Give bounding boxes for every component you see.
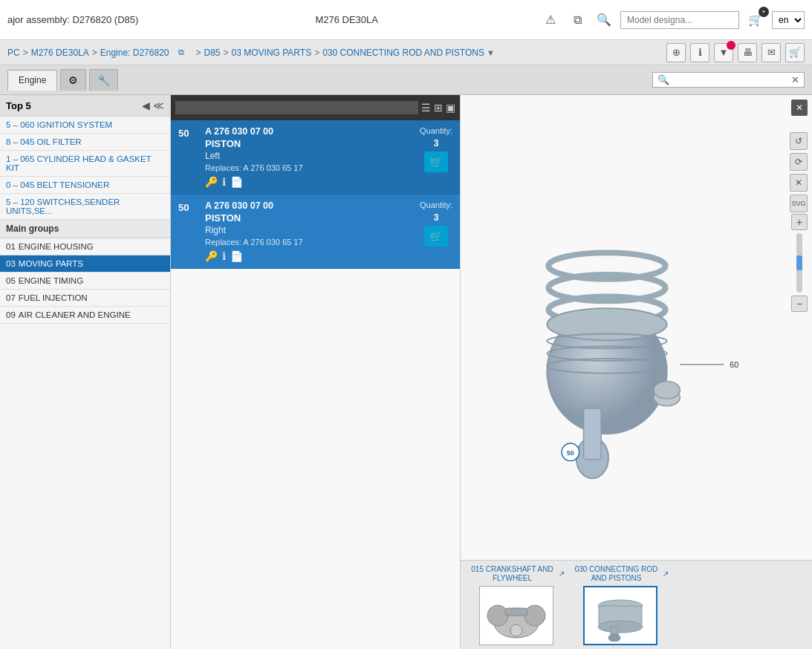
part-number-1: A 276 030 07 00 xyxy=(205,200,414,211)
add-to-cart-0[interactable]: 🛒 xyxy=(424,151,448,172)
sidebar: Top 5 ◀ ≪ 5 – 060 IGNITION SYSTEM 8 – 04… xyxy=(0,95,171,649)
sidebar-main-4-label: AIR CLEANER AND ENGINE xyxy=(19,310,131,319)
breadcrumb-d85[interactable]: D85 xyxy=(204,48,221,58)
parts-list-icon[interactable]: ☰ xyxy=(421,102,431,114)
mail-button[interactable]: ✉ xyxy=(761,43,781,62)
image-area: ✕ ↺ ⟳ ✕ SVG + − xyxy=(461,95,812,649)
part-info-icon-0[interactable]: ℹ xyxy=(222,176,226,188)
tab-settings-icon[interactable]: ⚙ xyxy=(60,69,86,91)
cart-button-header[interactable]: 🛒 + xyxy=(745,10,766,30)
zoom-fit-button[interactable]: ⊕ xyxy=(666,43,686,62)
part-replaces-0: Replaces: A 276 030 65 17 xyxy=(205,163,414,172)
header: ajor assembly: D276820 (D85) M276 DE30LA… xyxy=(0,0,812,40)
thumb-item-0: 015 CRANKSHAFT AND FLYWHEEL ↗ xyxy=(468,565,565,645)
sidebar-item-3[interactable]: 0 – 045 BELT TENSIONER xyxy=(0,177,170,194)
part-info-icon-1[interactable]: ℹ xyxy=(222,250,226,262)
svg-point-16 xyxy=(524,605,545,626)
tab-engine[interactable]: Engine xyxy=(7,70,57,91)
sidebar-item-2[interactable]: 1 – 065 CYLINDER HEAD & GASKET KIT xyxy=(0,151,170,177)
dropdown-icon[interactable]: ▼ xyxy=(487,48,495,57)
part-name-0: PISTON xyxy=(205,138,414,149)
svg-point-18 xyxy=(510,624,522,636)
thumbnail-strip: 015 CRANKSHAFT AND FLYWHEEL ↗ xyxy=(461,560,812,649)
sidebar-item-4[interactable]: 5 – 120 SWITCHES,SENDER UNITS,SE... xyxy=(0,194,170,220)
part-row-1: 50 A 276 030 07 00 PISTON Right Replaces… xyxy=(171,195,460,269)
parts-list-header: ☰ ⊞ ▣ xyxy=(171,95,460,120)
breadcrumb-pc[interactable]: PC xyxy=(7,48,20,58)
parts-list-search[interactable] xyxy=(175,101,418,114)
svg-point-21 xyxy=(598,621,643,633)
breadcrumb-model[interactable]: M276 DE30LA xyxy=(31,48,89,58)
sidebar-item-1[interactable]: 8 – 045 OIL FILTER xyxy=(0,134,170,151)
part-doc-icon-0[interactable]: 📄 xyxy=(230,176,243,188)
part-desc-1: Right xyxy=(205,225,414,235)
svg-point-15 xyxy=(487,605,508,626)
assembly-title: ajor assembly: D276820 (D85) xyxy=(7,14,138,25)
pos-50-label: 50 xyxy=(567,449,574,457)
header-icons: ⚠ ⧉ 🔍 🛒 + en de fr xyxy=(540,10,805,30)
parts-search-input[interactable] xyxy=(672,75,791,85)
sidebar-header-controls: ◀ ≪ xyxy=(142,100,164,111)
breadcrumb: PC > M276 DE30LA > Engine: D276820 ⧉ > D… xyxy=(0,40,812,65)
search-clear-icon[interactable]: ✕ xyxy=(791,74,799,85)
sidebar-collapse-icon[interactable]: ◀ xyxy=(142,100,150,111)
part-doc-icon-1[interactable]: 📄 xyxy=(230,250,243,262)
breadcrumb-engine[interactable]: Engine: D276820 xyxy=(100,48,169,58)
svg-tool-button[interactable]: SVG xyxy=(790,195,808,212)
parts-list: ☰ ⊞ ▣ 50 A 276 030 07 00 PISTON Left Rep… xyxy=(171,95,461,649)
sidebar-main-1-label: MOVING PARTS xyxy=(19,259,83,268)
thumb-image-1[interactable] xyxy=(583,586,657,645)
warning-icon[interactable]: ⚠ xyxy=(540,10,561,30)
info-button[interactable]: ℹ xyxy=(690,43,709,62)
sidebar-expand-icon[interactable]: ≪ xyxy=(153,100,164,111)
thumb-label-1[interactable]: 030 CONNECTING ROD AND PISTONS ↗ xyxy=(572,565,669,583)
sidebar-main-0-label: ENGINE HOUSING xyxy=(19,242,94,251)
sidebar-main-2-label: ENGINE TIMING xyxy=(19,276,83,285)
top5-label: Top 5 xyxy=(6,100,31,111)
thumb-item-1: 030 CONNECTING ROD AND PISTONS ↗ xyxy=(572,565,669,645)
svg-point-9 xyxy=(654,381,680,399)
filter-button[interactable]: ▼ 1 xyxy=(714,43,733,62)
qty-value-1: 3 xyxy=(434,212,439,223)
breadcrumb-current[interactable]: 030 CONNECTING ROD AND PISTONS xyxy=(322,48,484,58)
add-to-cart-1[interactable]: 🛒 xyxy=(424,226,448,247)
zoom-in-button[interactable]: + xyxy=(791,214,808,230)
sidebar-main-0-num: 01 xyxy=(6,242,16,251)
parts-grid-icon[interactable]: ⊞ xyxy=(434,102,443,114)
parts-search-box: 🔍 ✕ xyxy=(652,72,805,88)
part-key-icon-0[interactable]: 🔑 xyxy=(205,176,218,188)
history-tool-button[interactable]: ⟳ xyxy=(790,153,808,171)
tab-wrench-icon[interactable]: 🔧 xyxy=(89,69,118,91)
part-replaces-1: Replaces: A 276 030 65 17 xyxy=(205,238,414,247)
thumb-image-0[interactable] xyxy=(479,586,553,645)
sidebar-main-4[interactable]: 09 AIR CLEANER AND ENGINE xyxy=(0,307,170,324)
zoom-slider-track[interactable] xyxy=(796,233,802,293)
part-name-1: PISTON xyxy=(205,212,414,224)
sidebar-main-0[interactable]: 01 ENGINE HOUSING xyxy=(0,238,170,255)
model-search-input[interactable] xyxy=(620,11,739,29)
cart-button-bc[interactable]: 🛒 xyxy=(785,43,805,62)
language-select[interactable]: en de fr xyxy=(772,11,805,29)
sidebar-main-2[interactable]: 05 ENGINE TIMING xyxy=(0,273,170,290)
search-icon-header[interactable]: 🔍 xyxy=(594,10,614,30)
image-close-button[interactable]: ✕ xyxy=(791,100,808,116)
breadcrumb-copy-icon[interactable]: ⧉ xyxy=(171,42,192,63)
part-key-icon-1[interactable]: 🔑 xyxy=(205,250,218,262)
main-groups-label: Main groups xyxy=(0,220,170,238)
print-button[interactable]: 🖶 xyxy=(738,43,757,62)
part-info-1: A 276 030 07 00 PISTON Right Replaces: A… xyxy=(205,200,414,262)
breadcrumb-moving-parts[interactable]: 03 MOVING PARTS xyxy=(232,48,312,58)
image-toolbar: ↺ ⟳ ✕ SVG xyxy=(790,132,808,212)
breadcrumb-toolbar: ⊕ ℹ ▼ 1 🖶 ✉ 🛒 xyxy=(666,43,805,62)
zoom-out-button[interactable]: − xyxy=(791,296,808,312)
sidebar-item-0[interactable]: 5 – 060 IGNITION SYSTEM xyxy=(0,117,170,134)
qty-label-1: Quantity: xyxy=(420,200,452,209)
thumb-label-0[interactable]: 015 CRANKSHAFT AND FLYWHEEL ↗ xyxy=(468,565,565,583)
rotate-tool-button[interactable]: ↺ xyxy=(790,132,808,150)
cross-tool-button[interactable]: ✕ xyxy=(790,174,808,192)
zoom-slider-thumb[interactable] xyxy=(796,255,802,270)
sidebar-main-1[interactable]: 03 MOVING PARTS xyxy=(0,255,170,273)
parts-image-icon[interactable]: ▣ xyxy=(446,102,455,114)
sidebar-main-3[interactable]: 07 FUEL INJECTION xyxy=(0,290,170,307)
copy-icon[interactable]: ⧉ xyxy=(567,10,588,30)
